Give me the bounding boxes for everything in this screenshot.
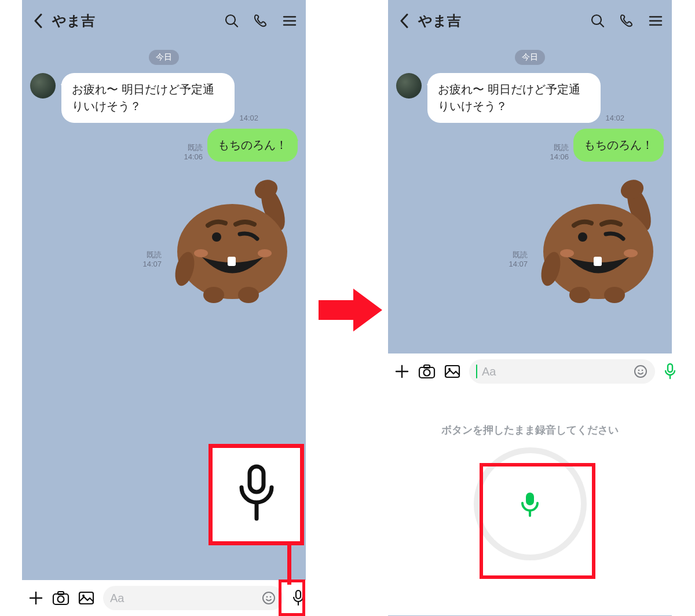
svg-point-15 [258, 249, 272, 257]
svg-point-52 [638, 370, 640, 371]
incoming-bubble: お疲れ〜 明日だけど予定通りいけそう？ [61, 73, 235, 123]
gallery-icon[interactable] [78, 588, 95, 608]
svg-rect-48 [424, 365, 430, 368]
input-bar [388, 353, 672, 389]
callout-connector [287, 545, 291, 585]
sticker-image[interactable] [167, 179, 298, 309]
svg-point-47 [424, 370, 430, 376]
message-time: 14:02 [605, 114, 624, 123]
svg-rect-21 [79, 592, 93, 604]
emoji-icon[interactable] [633, 364, 648, 379]
outgoing-message-row: 既読 14:06 もちのろん！ [30, 129, 298, 162]
gallery-icon[interactable] [444, 362, 461, 381]
chat-area[interactable]: 今日 お疲れ〜 明日だけど予定通りいけそう？ 14:02 既読 14:06 もち… [388, 42, 672, 353]
svg-rect-41 [594, 257, 602, 266]
svg-line-1 [234, 23, 237, 27]
header-actions [590, 13, 664, 29]
incoming-bubble: お疲れ〜 明日だけど予定通りいけそう？ [427, 73, 601, 123]
svg-rect-49 [445, 366, 459, 377]
attach-icon[interactable] [28, 588, 44, 608]
date-separator: 今日 [149, 50, 179, 65]
svg-point-42 [560, 249, 574, 257]
svg-point-19 [58, 596, 64, 603]
date-separator: 今日 [515, 50, 545, 65]
message-input[interactable] [482, 365, 628, 378]
svg-point-38 [569, 287, 590, 303]
phone-screen-after: やま吉 今日 お疲れ〜 明日だけど予定通りいけそう？ 14:02 既読 14:0… [388, 0, 672, 616]
incoming-message-row: お疲れ〜 明日だけど予定通りいけそう？ 14:02 [30, 73, 298, 123]
svg-point-50 [448, 368, 451, 370]
back-button[interactable] [396, 13, 412, 29]
svg-point-14 [194, 249, 208, 257]
camera-icon[interactable] [418, 362, 436, 381]
avatar[interactable] [30, 73, 56, 99]
message-meta: 既読 14:06 [184, 143, 203, 162]
chat-title: やま吉 [52, 12, 218, 30]
sticker-meta: 既読14:07 [142, 250, 162, 310]
svg-rect-56 [526, 493, 534, 505]
hamburger-menu-icon[interactable] [648, 13, 664, 29]
svg-point-10 [203, 287, 224, 303]
svg-line-29 [600, 23, 603, 27]
svg-point-40 [578, 232, 587, 242]
svg-rect-13 [228, 257, 236, 266]
svg-rect-59 [250, 466, 264, 492]
svg-rect-20 [58, 592, 64, 595]
svg-point-12 [212, 232, 221, 242]
chat-header: やま吉 [22, 0, 306, 42]
svg-point-43 [624, 249, 638, 257]
hamburger-menu-icon[interactable] [281, 13, 298, 29]
svg-point-39 [604, 287, 625, 303]
message-input-field[interactable] [103, 586, 283, 610]
chat-header: やま吉 [388, 0, 672, 42]
back-button[interactable] [30, 13, 46, 29]
avatar[interactable] [396, 73, 422, 99]
chat-title: やま吉 [418, 12, 584, 30]
outgoing-bubble: もちのろん！ [207, 129, 298, 162]
microphone-icon [518, 490, 542, 518]
input-bar [22, 580, 306, 616]
voice-panel-instruction: ボタンを押したまま録音してください [441, 423, 619, 437]
sticker-image[interactable] [533, 179, 664, 309]
microphone-icon [233, 463, 280, 527]
call-icon[interactable] [253, 13, 269, 29]
camera-icon[interactable] [52, 588, 70, 608]
message-input[interactable] [110, 592, 257, 605]
svg-point-51 [635, 366, 646, 377]
svg-point-22 [82, 595, 85, 597]
microphone-icon[interactable] [663, 362, 677, 381]
transition-arrow-icon [319, 289, 382, 331]
message-time: 14:02 [239, 114, 258, 123]
message-meta: 既読 14:06 [550, 143, 569, 162]
microphone-icon[interactable] [291, 588, 305, 608]
call-icon[interactable] [619, 13, 635, 29]
header-actions [224, 13, 298, 29]
emoji-icon[interactable] [261, 591, 276, 606]
text-cursor [476, 365, 477, 378]
svg-marker-58 [319, 289, 382, 331]
search-icon[interactable] [224, 13, 240, 29]
incoming-message-row: お疲れ〜 明日だけど予定通りいけそう？ 14:02 [396, 73, 664, 123]
svg-point-53 [642, 370, 643, 371]
svg-rect-54 [668, 364, 672, 372]
callout-microphone [209, 444, 304, 545]
sticker-meta: 既読14:07 [509, 250, 528, 310]
voice-record-panel: ボタンを押したまま録音してください [388, 389, 672, 615]
outgoing-bubble: もちのろん！ [573, 129, 664, 162]
svg-point-23 [263, 592, 275, 604]
outgoing-message-row: 既読 14:06 もちのろん！ [396, 129, 664, 162]
record-button[interactable] [480, 453, 581, 555]
svg-point-11 [238, 287, 259, 303]
attach-icon[interactable] [394, 362, 410, 381]
search-icon[interactable] [590, 13, 606, 29]
sticker-row: 既読14:07 [30, 179, 298, 309]
sticker-row: 既読14:07 [396, 179, 664, 309]
message-input-field[interactable] [469, 359, 655, 384]
svg-point-25 [270, 596, 272, 598]
svg-point-24 [266, 596, 268, 598]
svg-rect-26 [296, 591, 301, 599]
